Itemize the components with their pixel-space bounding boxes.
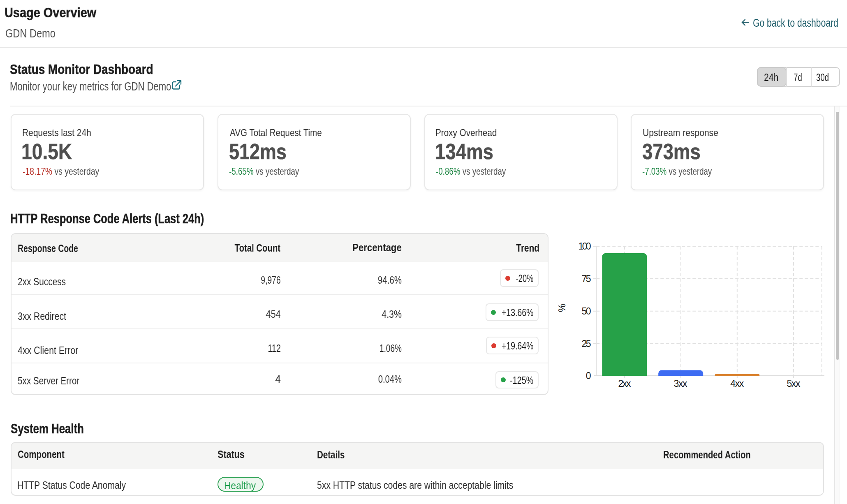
- svg-text:2xx: 2xx: [618, 378, 631, 389]
- svg-text:0: 0: [586, 370, 591, 381]
- svg-text:100: 100: [579, 241, 591, 252]
- svg-text:5xx: 5xx: [787, 378, 801, 389]
- svg-text:75: 75: [582, 273, 591, 284]
- svg-text:4xx: 4xx: [730, 378, 744, 389]
- svg-text:%: %: [557, 304, 567, 312]
- svg-text:25: 25: [582, 338, 591, 349]
- svg-text:3xx: 3xx: [674, 378, 688, 389]
- svg-text:50: 50: [582, 306, 591, 317]
